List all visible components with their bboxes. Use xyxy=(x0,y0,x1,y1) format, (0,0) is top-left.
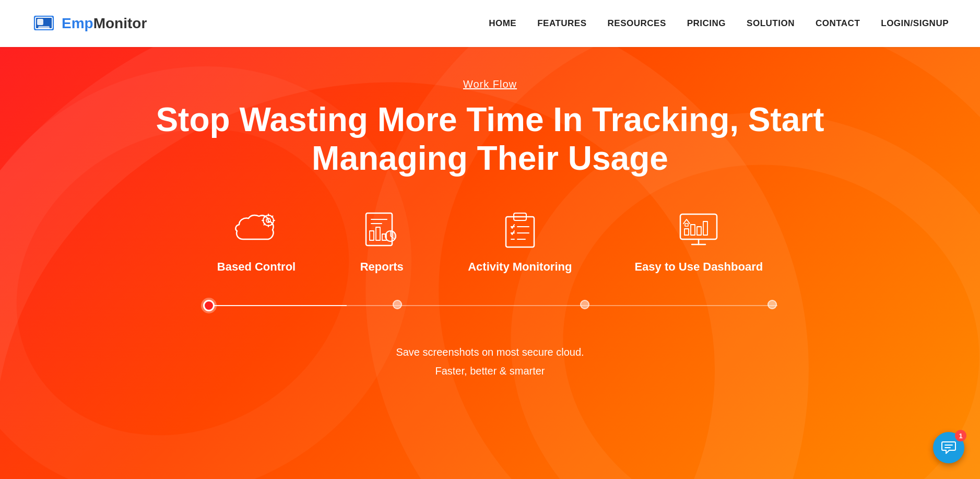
nav-contact[interactable]: CONTACT xyxy=(816,18,860,29)
progress-dot-4[interactable] xyxy=(768,300,777,309)
features-row: Based Control Reports xyxy=(217,209,763,274)
svg-rect-17 xyxy=(370,231,374,240)
feature-based-control[interactable]: Based Control xyxy=(217,209,296,274)
feature-easy-dashboard[interactable]: Easy to Use Dashboard xyxy=(634,209,763,274)
clipboard-check-icon xyxy=(497,209,544,251)
progress-dot-2[interactable] xyxy=(393,300,402,309)
feature-activity-monitoring[interactable]: Activity Monitoring xyxy=(468,209,572,274)
svg-rect-34 xyxy=(697,227,701,235)
chat-widget[interactable]: 1 xyxy=(933,432,964,463)
feature-easy-dashboard-label: Easy to Use Dashboard xyxy=(634,260,763,274)
bottom-line-2: Faster, better & smarter xyxy=(396,361,584,380)
chat-badge: 1 xyxy=(955,430,966,441)
logo-text: EmpMonitor xyxy=(62,15,147,32)
nav-resources[interactable]: RESOURCES xyxy=(608,18,666,29)
svg-rect-32 xyxy=(684,229,689,235)
logo[interactable]: EmpMonitor xyxy=(31,11,147,36)
hero-section: Work Flow Stop Wasting More Time In Trac… xyxy=(0,47,980,479)
feature-reports-label: Reports xyxy=(360,260,404,274)
nav-home[interactable]: HOME xyxy=(489,18,516,29)
svg-rect-18 xyxy=(376,227,380,240)
bottom-line-1: Save screenshots on most secure cloud. xyxy=(396,343,584,361)
feature-activity-monitoring-label: Activity Monitoring xyxy=(468,260,572,274)
svg-rect-21 xyxy=(506,217,534,247)
svg-rect-36 xyxy=(685,224,688,226)
workflow-label: Work Flow xyxy=(463,78,517,90)
feature-based-control-label: Based Control xyxy=(217,260,296,274)
nav-features[interactable]: FEATURES xyxy=(537,18,586,29)
hero-title: Stop Wasting More Time In Tracking, Star… xyxy=(125,101,856,178)
svg-rect-2 xyxy=(38,19,43,25)
cloud-gear-icon xyxy=(233,209,280,251)
monitor-chart-icon xyxy=(675,209,722,251)
header: EmpMonitor HOME FEATURES RESOURCES PRICI… xyxy=(0,0,980,47)
svg-rect-35 xyxy=(703,221,707,235)
chat-icon xyxy=(941,440,957,455)
feature-reports[interactable]: Reports xyxy=(358,209,405,274)
main-nav: HOME FEATURES RESOURCES PRICING SOLUTION… xyxy=(489,18,949,29)
progress-bar xyxy=(203,300,777,311)
svg-rect-33 xyxy=(691,225,695,235)
progress-dot-1[interactable] xyxy=(203,300,215,311)
svg-rect-3 xyxy=(39,27,49,28)
progress-dots xyxy=(203,300,777,311)
nav-login-signup[interactable]: LOGIN/SIGNUP xyxy=(881,18,949,29)
bottom-text: Save screenshots on most secure cloud. F… xyxy=(396,343,584,380)
progress-dot-3[interactable] xyxy=(580,300,589,309)
nav-solution[interactable]: SOLUTION xyxy=(747,18,795,29)
chart-report-icon xyxy=(358,209,405,251)
nav-pricing[interactable]: PRICING xyxy=(687,18,726,29)
